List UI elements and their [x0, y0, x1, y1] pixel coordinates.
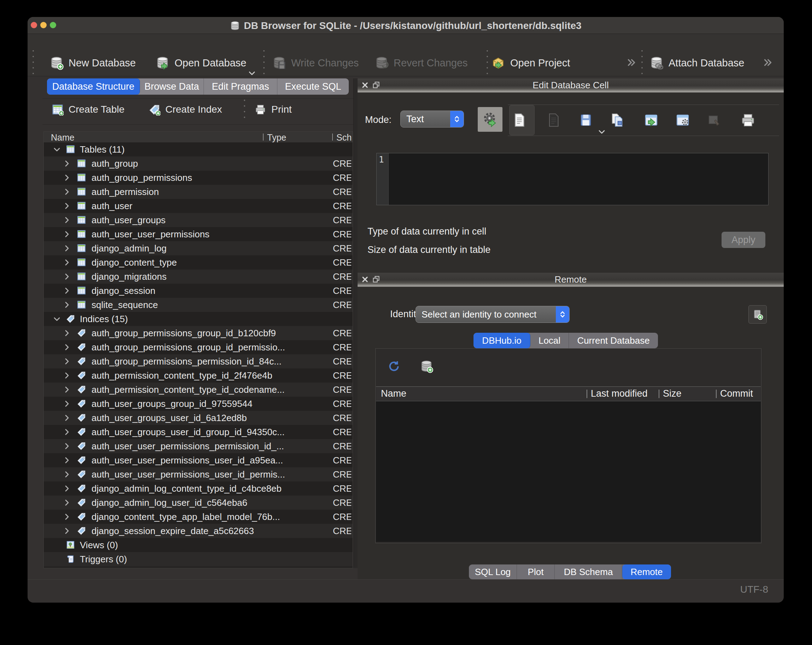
tree-column-schema[interactable]: Sch [336, 133, 352, 143]
chevron-down-icon[interactable] [52, 314, 61, 323]
tree-row[interactable]: auth_permission_content_type_id_codename… [44, 383, 353, 397]
tree-row[interactable]: auth_group_permissions_permission_id_84c… [44, 354, 353, 368]
chevron-right-icon[interactable] [62, 413, 72, 422]
editor-text-area[interactable] [389, 153, 768, 205]
tree-row[interactable]: django_content_typeCRE [44, 255, 353, 270]
tab-database-structure[interactable]: Database Structure [47, 78, 140, 95]
auto-switch-mode-button[interactable] [478, 107, 502, 132]
remote-tab-local[interactable]: Local [530, 333, 569, 348]
close-icon[interactable] [360, 275, 369, 284]
import-data-icon[interactable] [643, 112, 659, 128]
chevron-right-icon[interactable] [62, 201, 72, 210]
chevron-right-icon[interactable] [62, 512, 72, 521]
toolbar-button-new-database[interactable]: New Database [49, 53, 136, 73]
tree-row[interactable]: django_content_type_app_label_model_76b.… [44, 510, 353, 524]
dock-tab-remote[interactable]: Remote [622, 564, 671, 579]
chevron-right-icon[interactable] [62, 442, 72, 451]
tree-row[interactable]: Indices (15) [44, 312, 353, 326]
dock-tab-sql-log[interactable]: SQL Log [469, 564, 517, 579]
set-null-icon[interactable] [706, 112, 722, 128]
chevron-right-icon[interactable] [62, 357, 72, 366]
remote-column-last-modified[interactable]: Last modified [591, 388, 648, 399]
chevron-right-icon[interactable] [62, 272, 72, 281]
save-as-file-icon[interactable] [609, 112, 625, 128]
tree-row[interactable]: auth_user_user_permissions_user_id_a95ea… [44, 453, 353, 467]
tree-row[interactable]: auth_groupCRE [44, 157, 353, 171]
chevron-right-icon[interactable] [62, 427, 72, 437]
chevron-right-icon[interactable] [62, 399, 72, 408]
tree-row[interactable]: auth_userCRE [44, 199, 353, 213]
tree-row[interactable]: django_admin_log_user_id_c564eba6CRE [44, 496, 353, 510]
toolbar-button-open-project[interactable]: Open Project [491, 53, 570, 73]
column-separator[interactable] [659, 390, 659, 398]
zoom-traffic-light[interactable] [50, 22, 56, 28]
tree-row[interactable]: auth_user_groups_group_id_97559544CRE [44, 397, 353, 411]
tree-row[interactable]: auth_user_user_permissionsCRE [44, 227, 353, 241]
chevron-down-icon[interactable] [597, 127, 606, 136]
tree-row[interactable]: sqlite_sequenceCRE [44, 298, 353, 312]
remote-column-commit[interactable]: Commit [720, 388, 753, 399]
float-panel-icon[interactable] [372, 81, 381, 90]
column-separator[interactable] [263, 134, 264, 140]
tree-row[interactable]: django_sessionCRE [44, 284, 353, 298]
create-table-button[interactable]: Create Table [52, 102, 124, 117]
tree-row[interactable]: Triggers (0) [44, 552, 353, 566]
tree-row[interactable]: django_session_expire_date_a5c62663CRE [44, 524, 353, 538]
tab-edit-pragmas[interactable]: Edit Pragmas [204, 78, 277, 95]
tree-row[interactable]: django_admin_log_content_type_id_c4bce8e… [44, 482, 353, 496]
toolbar-button-write-changes[interactable]: Write Changes [272, 53, 359, 73]
column-separator[interactable] [716, 390, 717, 398]
tree-row[interactable]: auth_group_permissionsCRE [44, 171, 353, 185]
toolbar-overflow-icon[interactable] [763, 56, 775, 69]
chevron-right-icon[interactable] [62, 230, 72, 239]
print-cell-icon[interactable] [740, 112, 756, 128]
chevron-right-icon[interactable] [62, 385, 72, 394]
dock-tab-plot[interactable]: Plot [517, 564, 555, 579]
chevron-right-icon[interactable] [62, 173, 72, 182]
apply-button[interactable]: Apply [722, 232, 765, 248]
tree-column-type[interactable]: Type [267, 133, 286, 143]
close-icon[interactable] [360, 81, 369, 90]
chevron-right-icon[interactable] [62, 300, 72, 310]
identity-select[interactable]: Select an identity to connect [415, 306, 569, 323]
text-document-icon[interactable] [511, 112, 527, 128]
tab-execute-sql[interactable]: Execute SQL [277, 78, 349, 95]
open-file-icon[interactable] [578, 112, 594, 128]
toolbar-overflow-icon[interactable] [626, 56, 638, 69]
chevron-right-icon[interactable] [62, 371, 72, 380]
remote-tab-current-database[interactable]: Current Database [569, 333, 658, 348]
dock-tab-db-schema[interactable]: DB Schema [555, 564, 622, 579]
tab-browse-data[interactable]: Browse Data [140, 78, 204, 95]
float-panel-icon[interactable] [372, 275, 381, 284]
toolbar-button-open-database[interactable]: Open Database [156, 53, 246, 73]
tree-row[interactable]: django_admin_logCRE [44, 241, 353, 255]
chevron-right-icon[interactable] [62, 456, 72, 465]
binary-document-icon[interactable] [546, 112, 561, 128]
print-button[interactable]: Print [255, 102, 292, 117]
chevron-right-icon[interactable] [62, 498, 72, 507]
remote-column-size[interactable]: Size [663, 388, 682, 399]
chevron-right-icon[interactable] [62, 343, 72, 352]
column-separator[interactable] [332, 134, 333, 140]
remote-tab-dbhub-io[interactable]: DBHub.io [473, 333, 530, 348]
chevron-right-icon[interactable] [62, 159, 72, 168]
tree-row[interactable]: Views (0) [44, 538, 353, 552]
chevron-right-icon[interactable] [62, 258, 72, 267]
export-data-icon[interactable] [675, 112, 690, 128]
chevron-right-icon[interactable] [62, 328, 72, 338]
remote-column-name[interactable]: Name [381, 388, 406, 399]
tree-column-name[interactable]: Name [51, 133, 75, 143]
tree-row[interactable]: auth_user_groups_user_id_group_id_94350c… [44, 425, 353, 439]
tree-row[interactable]: django_migrationsCRE [44, 270, 353, 284]
tree-row[interactable]: auth_group_permissions_group_id_permissi… [44, 340, 353, 354]
tree-row[interactable]: auth_group_permissions_group_id_b120cbf9… [44, 326, 353, 340]
toolbar-button-attach-database[interactable]: Attach Database [649, 53, 744, 73]
add-identity-button[interactable] [748, 305, 767, 323]
tree-row[interactable]: auth_user_user_permissions_user_id_permi… [44, 467, 353, 482]
toolbar-button-revert-changes[interactable]: Revert Changes [374, 53, 468, 73]
create-index-button[interactable]: Create Index [148, 102, 222, 117]
minimize-traffic-light[interactable] [40, 22, 47, 28]
tree-row[interactable]: Tables (11) [44, 142, 353, 157]
cell-editor[interactable]: 1 [376, 153, 769, 205]
chevron-down-icon[interactable] [52, 145, 61, 154]
